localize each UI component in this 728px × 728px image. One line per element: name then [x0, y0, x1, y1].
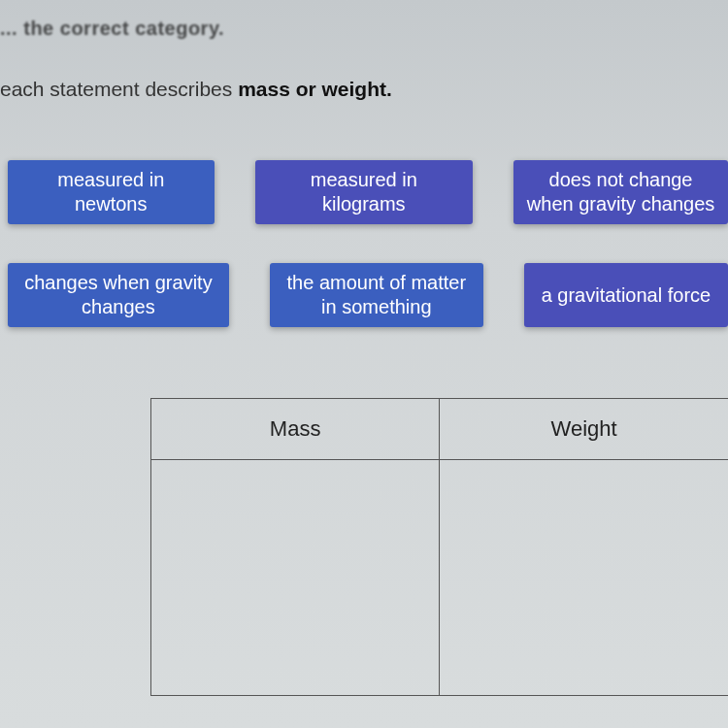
tile-gravitational-force[interactable]: a gravitational force [524, 263, 728, 327]
instruction-prefix: each statement describes [0, 78, 238, 100]
tile-changes-gravity[interactable]: changes when gravity changes [8, 263, 229, 327]
drop-zone-mass[interactable] [151, 460, 440, 696]
column-header-mass: Mass [151, 399, 440, 460]
tile-row-2: changes when gravity changes the amount … [0, 263, 728, 327]
tile-amount-matter[interactable]: the amount of matter in something [270, 263, 483, 327]
instruction-text: each statement describes mass or weight. [0, 78, 392, 101]
tile-measured-newtons[interactable]: measured in newtons [8, 160, 215, 224]
draggable-tiles-area: measured in newtons measured in kilogram… [0, 160, 728, 366]
tile-no-change-gravity[interactable]: does not change when gravity changes [513, 160, 728, 224]
mass-weight-table: Mass Weight [150, 398, 728, 696]
column-header-weight: Weight [440, 399, 728, 460]
instruction-bold: mass or weight. [238, 78, 392, 100]
sorting-table-area: Mass Weight [150, 398, 728, 696]
tile-row-1: measured in newtons measured in kilogram… [0, 160, 728, 224]
tile-measured-kilograms[interactable]: measured in kilograms [255, 160, 474, 224]
drop-zone-weight[interactable] [440, 460, 728, 696]
cutoff-header: ... the correct category. [0, 17, 224, 40]
